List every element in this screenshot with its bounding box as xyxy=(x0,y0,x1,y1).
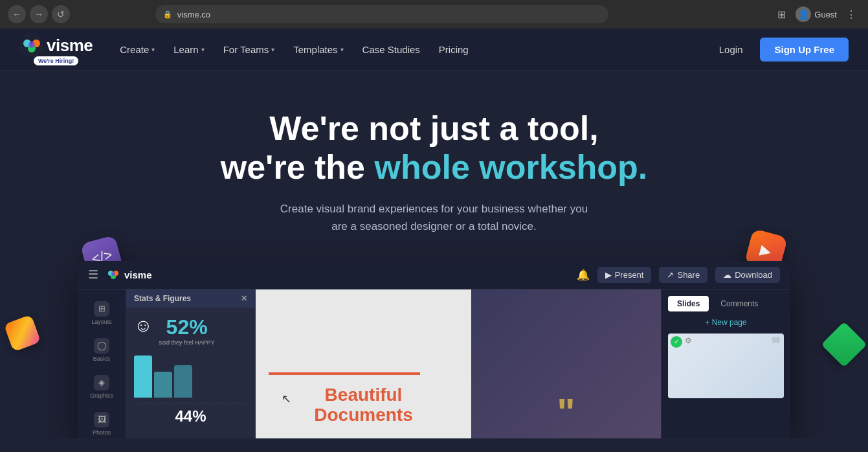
photos-icon: 🖼 xyxy=(94,412,109,427)
guest-profile[interactable]: 👤 Guest xyxy=(796,6,837,22)
hero-title-part2: we're the whole workshop. xyxy=(221,148,648,186)
nav-item-pricing[interactable]: Pricing xyxy=(431,40,476,59)
stats-smiley: ☺ xyxy=(134,315,153,339)
lock-icon: 🔒 xyxy=(163,10,172,19)
refresh-button[interactable]: ↺ xyxy=(52,5,70,23)
sidebar-tool-photos[interactable]: 🖼 Photos xyxy=(78,407,126,438)
stat-percent: 52% xyxy=(159,315,215,339)
graphics-icon: ◈ xyxy=(94,375,109,390)
nav-item-templates[interactable]: Templates ▾ xyxy=(285,40,351,59)
canvas-accent-bar xyxy=(269,372,420,375)
svg-point-9 xyxy=(111,272,115,276)
hero-title: We're not just a tool, we're the whole w… xyxy=(208,109,661,187)
sticker-icon xyxy=(4,315,41,352)
second-stat-percent: 44% xyxy=(134,407,247,425)
sidebar-tool-basics[interactable]: ◯ Basics xyxy=(78,333,126,367)
hiring-badge: We're Hiring! xyxy=(34,56,78,65)
play-icon-small: ▶ xyxy=(605,270,612,280)
chevron-down-icon: ▾ xyxy=(201,46,205,53)
hero-section: </> ▶ We're not just a tool, we're the w… xyxy=(0,71,868,438)
hamburger-icon[interactable]: ☰ xyxy=(88,267,98,282)
nav-item-create[interactable]: Create ▾ xyxy=(112,40,162,59)
nav-item-case-studies[interactable]: Case Studies xyxy=(355,40,428,59)
stats-content: ☺ 52% said they feel HAPPY xyxy=(126,308,255,433)
app-topbar: ☰ visme 🔔 ▶ Present ↗ Share xyxy=(78,261,790,289)
nav-item-learn[interactable]: Learn ▾ xyxy=(166,40,212,59)
bar-chart-bar-1 xyxy=(134,356,152,398)
stats-figures: 52% said they feel HAPPY xyxy=(159,315,215,352)
canvas-area: Beautiful Documents ↖ " xyxy=(256,289,661,438)
app-preview: ☰ visme 🔔 ▶ Present ↗ Share xyxy=(78,261,790,438)
canvas-right: " xyxy=(471,289,661,438)
share-button[interactable]: ↗ Share xyxy=(659,267,707,283)
nav-item-for-teams[interactable]: For Teams ▾ xyxy=(216,40,283,59)
share-icon: ↗ xyxy=(667,270,674,280)
app-logo: visme xyxy=(106,267,152,282)
bar-chart-bar-2 xyxy=(154,372,172,398)
back-button[interactable]: ← xyxy=(8,5,26,23)
layouts-label: Layouts xyxy=(91,319,112,325)
canvas-doc-title-line1: Beautiful xyxy=(269,385,458,405)
tab-slides[interactable]: Slides xyxy=(668,296,709,311)
browser-menu-button[interactable]: ⋮ xyxy=(842,5,860,23)
basics-icon: ◯ xyxy=(94,338,109,354)
download-icon: ☁ xyxy=(723,270,731,280)
tab-grid-button[interactable]: ⊞ xyxy=(772,5,790,23)
app-logo-icon xyxy=(106,267,120,282)
sidebar-tool-graphics[interactable]: ◈ Graphics xyxy=(78,370,126,404)
app-logo-text: visme xyxy=(124,269,152,280)
browser-nav-buttons: ← → ↺ xyxy=(8,5,70,23)
canvas-left: Beautiful Documents ↖ xyxy=(256,289,471,438)
chevron-down-icon: ▾ xyxy=(271,46,274,53)
slides-tabs: Slides Comments xyxy=(668,296,784,311)
slide-number: 99 xyxy=(772,336,780,344)
avatar: 👤 xyxy=(796,6,811,22)
basics-label: Basics xyxy=(93,356,111,362)
app-body: ⊞ Layouts ◯ Basics ◈ Graphics 🖼 Photos xyxy=(78,289,790,438)
canvas-doc-title-line2: Documents xyxy=(269,405,458,425)
present-button[interactable]: ▶ Present xyxy=(597,267,652,283)
browser-right-controls: ⊞ 👤 Guest ⋮ xyxy=(772,5,860,23)
svg-point-4 xyxy=(28,41,35,48)
quote-marks: " xyxy=(557,393,575,432)
stat-label: said they feel HAPPY xyxy=(159,339,215,346)
slides-panel: Slides Comments + New page ✓ ⚙ 99 xyxy=(661,289,790,438)
layouts-icon: ⊞ xyxy=(94,301,109,317)
photos-label: Photos xyxy=(93,429,111,436)
hero-accent: whole workshop. xyxy=(374,148,647,186)
logo-area: visme We're Hiring! xyxy=(19,33,93,65)
address-bar[interactable]: 🔒 visme.co xyxy=(155,5,608,23)
stats-panel: Stats & Figures ✕ ☺ 52% said they feel H… xyxy=(126,289,256,438)
close-icon[interactable]: ✕ xyxy=(241,294,247,303)
download-button[interactable]: ☁ Download xyxy=(715,267,780,283)
url-text: visme.co xyxy=(177,10,210,19)
nav-links: Create ▾ Learn ▾ For Teams ▾ Templates ▾… xyxy=(112,40,711,59)
logo-container[interactable]: visme xyxy=(19,33,93,58)
bar-chart-bar-3 xyxy=(174,365,192,398)
slide-thumbnail[interactable]: ✓ ⚙ 99 xyxy=(668,333,784,398)
tab-comments[interactable]: Comments xyxy=(711,296,767,311)
new-page-button[interactable]: + New page xyxy=(668,318,784,327)
gear-icon: ⚙ xyxy=(685,336,692,345)
graphics-label: Graphics xyxy=(90,392,113,399)
logo-text: visme xyxy=(47,36,93,56)
chevron-down-icon: ▾ xyxy=(340,46,344,53)
hero-subtitle: Create visual brand experiences for your… xyxy=(279,200,590,235)
signup-button[interactable]: Sign Up Free xyxy=(760,38,849,62)
guest-label: Guest xyxy=(814,10,837,19)
main-navbar: visme We're Hiring! Create ▾ Learn ▾ For… xyxy=(0,28,868,71)
login-button[interactable]: Login xyxy=(711,40,751,59)
nav-right-actions: Login Sign Up Free xyxy=(711,38,849,62)
app-sidebar: ⊞ Layouts ◯ Basics ◈ Graphics 🖼 Photos xyxy=(78,289,126,438)
forward-button[interactable]: → xyxy=(30,5,48,23)
notification-icon[interactable]: 🔔 xyxy=(577,269,590,281)
stats-panel-header: Stats & Figures ✕ xyxy=(126,289,255,308)
sidebar-tool-layouts[interactable]: ⊞ Layouts xyxy=(78,296,126,330)
diamond-icon xyxy=(821,322,867,368)
slide-check-badge: ✓ xyxy=(671,336,682,348)
visme-logo-icon xyxy=(19,33,44,58)
browser-chrome: ← → ↺ 🔒 visme.co ⊞ 👤 Guest ⋮ xyxy=(0,0,868,28)
chevron-down-icon: ▾ xyxy=(151,46,155,53)
